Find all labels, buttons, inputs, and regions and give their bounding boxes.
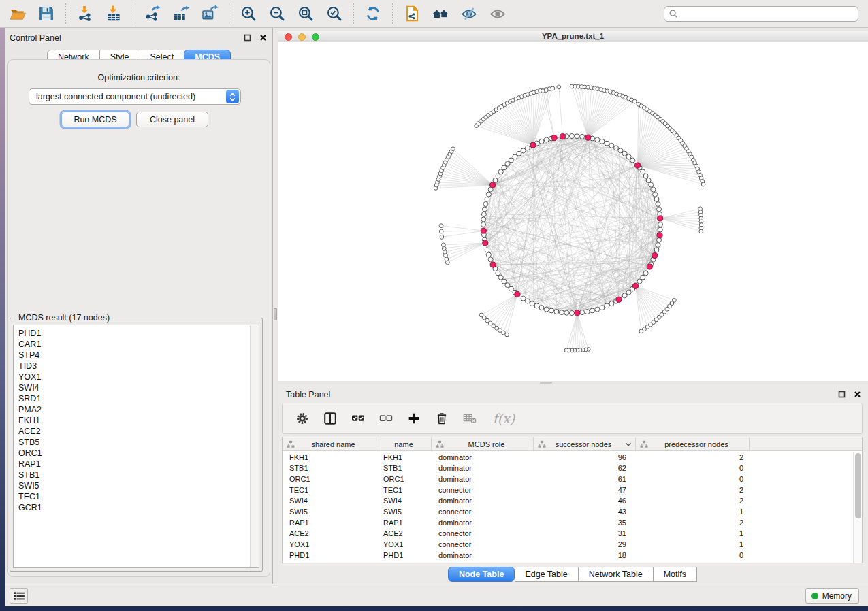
hide-eye-icon[interactable]: [458, 3, 480, 24]
gear-icon[interactable]: [293, 410, 311, 427]
mcds-result-item[interactable]: SWI5: [18, 480, 250, 491]
share-document-icon[interactable]: [401, 3, 423, 24]
mcds-result-item[interactable]: GCR1: [18, 502, 250, 513]
delete-column-icon[interactable]: [433, 410, 451, 427]
save-session-icon[interactable]: [35, 3, 57, 24]
table-cell: dominator: [432, 452, 534, 463]
mcds-result-item[interactable]: TID3: [18, 361, 250, 371]
mcds-result-item[interactable]: PMA2: [18, 404, 250, 415]
zoom-in-icon[interactable]: [238, 3, 259, 24]
show-eye-icon[interactable]: [487, 3, 509, 24]
close-panel-icon[interactable]: [259, 33, 267, 42]
run-mcds-button[interactable]: Run MCDS: [61, 112, 129, 127]
select-all-icon[interactable]: [349, 410, 367, 427]
task-history-button[interactable]: [10, 588, 28, 604]
zoom-selected-icon[interactable]: [323, 3, 345, 24]
mcds-result-item[interactable]: CAR1: [18, 339, 250, 350]
show-column-icon[interactable]: [321, 410, 339, 427]
control-panel-title: Control Panel: [10, 33, 61, 43]
zoom-out-icon[interactable]: [266, 3, 288, 24]
criterion-value: largest connected component (undirected): [29, 92, 226, 101]
search-box[interactable]: [664, 6, 858, 22]
table-cell: STB1: [376, 463, 432, 474]
scrollbar-thumb[interactable]: [855, 453, 861, 518]
function-builder-icon: f(x): [489, 410, 519, 427]
mcds-result-item[interactable]: FKH1: [18, 415, 250, 426]
mcds-result-list[interactable]: PHD1CAR1STP4TID3YOX1SWI4SRD1PMA2FKH1ACE2…: [13, 325, 259, 568]
mcds-result-item[interactable]: STB5: [18, 437, 250, 448]
mcds-result-item[interactable]: STP4: [18, 350, 250, 361]
memory-label: Memory: [822, 591, 852, 601]
mcds-result-item[interactable]: SRD1: [18, 393, 250, 404]
table-cell: 18: [534, 550, 636, 561]
float-panel-icon[interactable]: [243, 33, 251, 42]
refresh-layout-icon[interactable]: [362, 3, 384, 24]
table-row[interactable]: SWI5SWI5connector431: [283, 506, 853, 517]
table-row[interactable]: STB1STB1dominator620: [283, 463, 853, 474]
close-panel-button[interactable]: Close panel: [136, 112, 208, 127]
dropdown-stepper-icon: [226, 90, 239, 103]
close-panel-icon[interactable]: [853, 390, 861, 398]
tab-edge-table[interactable]: Edge Table: [515, 567, 578, 582]
mcds-result-item[interactable]: STB1: [18, 469, 250, 480]
export-table-icon[interactable]: [170, 3, 192, 24]
table-cell: SWI4: [376, 495, 432, 506]
tab-node-table[interactable]: Node Table: [448, 567, 515, 582]
sort-desc-icon: [625, 442, 632, 447]
mcds-result-item[interactable]: TEC1: [18, 491, 250, 502]
table-cell: YOX1: [376, 539, 432, 550]
control-panel: Control Panel NetworkStyleSelectMCDS Opt…: [5, 28, 272, 584]
column-header-MCDS-role[interactable]: MCDS role: [432, 437, 534, 450]
mcds-result-item[interactable]: ACE2: [18, 426, 250, 437]
vertical-splitter[interactable]: [272, 28, 278, 584]
network-canvas[interactable]: [278, 42, 868, 381]
table-cell: 2: [636, 452, 750, 463]
network-window-title: YPA_prune.txt_1: [278, 32, 868, 40]
add-column-icon[interactable]: [405, 410, 423, 427]
search-input[interactable]: [682, 9, 854, 18]
toolbar-separator: [65, 3, 66, 24]
memory-button[interactable]: Memory: [805, 588, 859, 604]
tab-motifs[interactable]: Motifs: [654, 567, 697, 582]
table-cell: 2: [636, 484, 750, 495]
table-row[interactable]: FKH1FKH1dominator962: [283, 452, 853, 463]
criterion-dropdown[interactable]: largest connected component (undirected): [29, 88, 241, 105]
column-header-predecessor-nodes[interactable]: predecessor nodes: [636, 437, 750, 450]
zoom-fit-icon[interactable]: [295, 3, 317, 24]
table-cell: 0: [636, 550, 750, 561]
mcds-result-item[interactable]: PHD1: [18, 328, 250, 339]
import-network-icon[interactable]: [74, 3, 96, 24]
tab-network-table[interactable]: Network Table: [579, 567, 654, 582]
table-cell: SWI5: [376, 506, 432, 517]
network-window-titlebar: YPA_prune.txt_1: [278, 31, 868, 42]
float-panel-icon[interactable]: [837, 390, 846, 398]
table-row[interactable]: ORC1ORC1dominator610: [283, 474, 853, 484]
table-row[interactable]: YOX1YOX1connector291: [283, 539, 853, 550]
table-row[interactable]: RAP1RAP1dominator352: [283, 517, 853, 528]
table-row[interactable]: ACE2ACE2connector311: [283, 528, 853, 539]
mcds-result-item[interactable]: RAP1: [18, 459, 250, 469]
mcds-result-item[interactable]: YOX1: [18, 371, 250, 382]
import-table-icon[interactable]: [103, 3, 125, 24]
mcds-list-scrollbar[interactable]: [250, 325, 259, 567]
deselect-all-icon[interactable]: [377, 410, 395, 427]
table-toolbar: f(x): [282, 403, 863, 434]
network-homes-icon[interactable]: [430, 3, 451, 24]
table-row[interactable]: PHD1PHD1dominator180: [283, 550, 853, 561]
mcds-result-item[interactable]: SWI4: [18, 382, 250, 393]
search-icon: [669, 9, 679, 19]
table-cell: ORC1: [376, 474, 432, 484]
export-network-icon[interactable]: [142, 3, 163, 24]
table-cell: 43: [534, 506, 636, 517]
table-cell: STB1: [283, 463, 376, 474]
column-header-name[interactable]: name: [376, 437, 432, 450]
toolbar-separator: [229, 3, 229, 24]
mcds-result-item[interactable]: ORC1: [18, 448, 250, 459]
table-row[interactable]: SWI4SWI4dominator462: [283, 495, 853, 506]
open-file-icon[interactable]: [7, 3, 29, 24]
column-header-shared-name[interactable]: shared name: [283, 437, 376, 450]
export-image-icon[interactable]: [199, 3, 221, 24]
column-header-successor-nodes[interactable]: successor nodes: [534, 437, 636, 450]
table-row[interactable]: TEC1TEC1connector472: [283, 484, 853, 495]
table-scrollbar[interactable]: [853, 452, 862, 563]
